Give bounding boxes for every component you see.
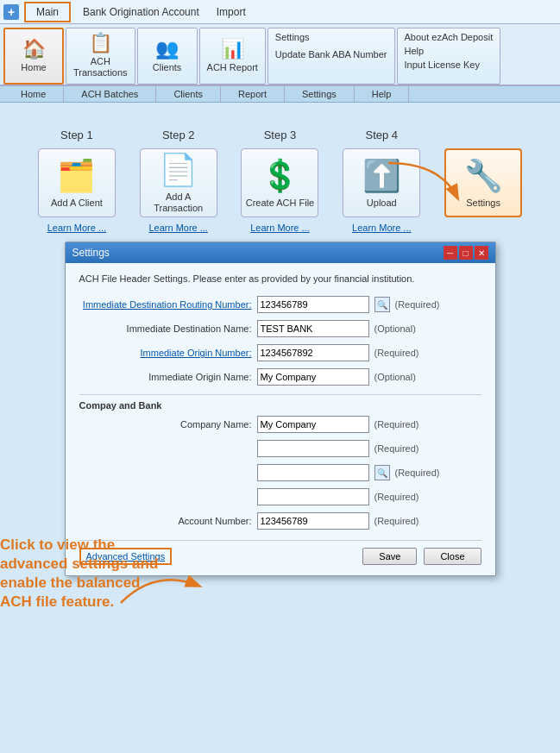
dialog-header-text: ACH File Header Settings. Please enter a… xyxy=(79,273,481,284)
upload-icon: ⬆️ xyxy=(362,158,401,194)
company-field-3-input[interactable] xyxy=(257,464,369,481)
ribbon-clients-button[interactable]: 👥 Clients xyxy=(137,28,198,85)
step-2-button[interactable]: 📄 Add ATransaction xyxy=(140,148,217,217)
step-1-learn-more[interactable]: Learn More ... xyxy=(47,223,106,233)
settings-step-button[interactable]: 🔧 Settings xyxy=(444,148,522,217)
ribbon-settings-group[interactable]: Settings Update Bank ABA Number xyxy=(267,28,395,85)
step-settings-label xyxy=(481,129,485,141)
step-4-action-label: Upload xyxy=(367,198,397,209)
company-name-input[interactable] xyxy=(257,416,369,433)
origin-number-label[interactable]: Immediate Origin Number: xyxy=(79,348,252,358)
settings-menu-item[interactable]: Settings xyxy=(275,30,387,44)
import-menu[interactable]: Import xyxy=(208,3,255,21)
tab-home[interactable]: Home xyxy=(3,86,64,102)
settings-dialog-overlay: Settings ─ □ ✕ ACH File Header Settings.… xyxy=(65,242,496,576)
dest-name-hint: (Optional) xyxy=(374,323,416,334)
ach-transactions-icon: 📋 xyxy=(89,32,112,54)
company-field-4-hint: (Required) xyxy=(374,492,419,502)
account-number-label: Account Number: xyxy=(79,516,252,526)
routing-number-input[interactable] xyxy=(257,296,369,313)
input-license-key-menu-item[interactable]: Input License Key xyxy=(405,58,494,72)
form-row-dest-name: Immediate Destination Name: (Optional) xyxy=(79,320,481,337)
close-button[interactable]: Close xyxy=(424,548,481,565)
form-row-origin-name: Immediate Origin Name: (Optional) xyxy=(79,368,481,386)
origin-name-hint: (Optional) xyxy=(374,372,416,382)
dialog-close-button[interactable]: ✕ xyxy=(475,246,488,260)
add-client-icon: 🗂️ xyxy=(57,158,96,194)
form-row-company-name: Company Name: (Required) xyxy=(79,416,481,433)
company-field-2-input[interactable] xyxy=(257,440,369,457)
settings-dialog: Settings ─ □ ✕ ACH File Header Settings.… xyxy=(65,242,496,576)
tab-clients[interactable]: Clients xyxy=(156,86,221,102)
help-menu-item[interactable]: Help xyxy=(405,44,494,58)
main-tab[interactable]: Main xyxy=(24,2,71,22)
form-row-routing: Immediate Destination Routing Number: 🔍 … xyxy=(79,296,481,313)
tab-report[interactable]: Report xyxy=(221,86,285,102)
ribbon-help-group: About ezAch Deposit Help Input License K… xyxy=(397,28,501,85)
form-row-company-3: 🔍 (Required) xyxy=(79,464,481,481)
dialog-titlebar: Settings ─ □ ✕ xyxy=(66,242,495,263)
steps-row: Step 1 🗂️ Add A Client Learn More ... St… xyxy=(26,129,534,233)
dest-name-input[interactable] xyxy=(257,320,369,337)
tab-help[interactable]: Help xyxy=(355,86,410,102)
main-content: Step 1 🗂️ Add A Client Learn More ... St… xyxy=(0,103,560,620)
tab-labels-bar: Home ACH Batches Clients Report Settings… xyxy=(0,86,560,103)
company-name-hint: (Required) xyxy=(374,419,419,430)
step-4-item: Step 4 ⬆️ Upload Learn More ... xyxy=(334,129,429,233)
origin-name-input[interactable] xyxy=(257,368,369,386)
settings-step-action-label: Settings xyxy=(466,198,500,209)
update-bank-aba-menu-item[interactable]: Update Bank ABA Number xyxy=(275,47,387,61)
tab-ach-batches[interactable]: ACH Batches xyxy=(64,86,156,102)
ribbon-home-label: Home xyxy=(21,62,46,73)
annotation-text: Click to view the advanced settings and … xyxy=(0,536,173,612)
step-2-learn-more[interactable]: Learn More ... xyxy=(148,223,207,233)
tab-settings[interactable]: Settings xyxy=(285,86,355,102)
company-name-label: Company Name: xyxy=(79,419,252,430)
step-4-label: Step 4 xyxy=(365,129,398,141)
settings-icon: 🔧 xyxy=(464,158,503,194)
step-settings-item: 🔧 Settings xyxy=(436,129,531,223)
dest-name-label: Immediate Destination Name: xyxy=(79,323,252,334)
step-1-button[interactable]: 🗂️ Add A Client xyxy=(38,148,116,217)
ribbon-ach-report-label: ACH Report xyxy=(207,62,258,73)
ribbon-ach-transactions-button[interactable]: 📋 ACHTransactions xyxy=(66,28,135,85)
step-3-learn-more[interactable]: Learn More ... xyxy=(250,223,309,233)
company-field-2-hint: (Required) xyxy=(374,443,419,454)
ribbon-ach-report-button[interactable]: 📊 ACH Report xyxy=(199,28,266,85)
add-button[interactable]: + xyxy=(3,4,19,20)
step-4-button[interactable]: ⬆️ Upload xyxy=(343,148,420,217)
step-3-button[interactable]: 💲 Create ACH File xyxy=(241,148,318,217)
dialog-minimize-button[interactable]: ─ xyxy=(444,246,457,260)
clients-icon: 👥 xyxy=(155,38,179,60)
step-2-item: Step 2 📄 Add ATransaction Learn More ... xyxy=(131,129,226,233)
company-field-3-lookup-icon[interactable]: 🔍 xyxy=(374,465,390,480)
dialog-maximize-button[interactable]: □ xyxy=(459,246,473,260)
bank-origination-account-menu[interactable]: Bank Origination Account xyxy=(74,3,208,21)
routing-number-hint: (Required) xyxy=(395,299,440,310)
account-number-hint: (Required) xyxy=(374,516,419,526)
step-1-label: Step 1 xyxy=(60,129,93,141)
ribbon: 🏠 Home 📋 ACHTransactions 👥 Clients 📊 ACH… xyxy=(0,24,560,86)
create-ach-file-icon: 💲 xyxy=(261,158,299,194)
account-number-input[interactable] xyxy=(257,512,369,530)
routing-number-lookup-icon[interactable]: 🔍 xyxy=(374,297,390,312)
ach-report-icon: 📊 xyxy=(221,38,244,60)
routing-number-label[interactable]: Immediate Destination Routing Number: xyxy=(79,299,252,310)
company-bank-section-header: Compay and Bank xyxy=(79,394,481,411)
step-4-learn-more[interactable]: Learn More ... xyxy=(352,223,411,233)
step-2-label: Step 2 xyxy=(162,129,195,141)
origin-number-input[interactable] xyxy=(257,344,369,361)
ribbon-home-button[interactable]: 🏠 Home xyxy=(3,28,64,85)
company-field-3-hint: (Required) xyxy=(395,467,440,478)
origin-number-hint: (Required) xyxy=(374,348,419,358)
company-field-4-input[interactable] xyxy=(257,488,369,505)
form-row-origin-number: Immediate Origin Number: (Required) xyxy=(79,344,481,361)
top-bar: + Main Bank Origination Account Import xyxy=(0,0,560,24)
dialog-body: ACH File Header Settings. Please enter a… xyxy=(66,263,495,575)
home-icon: 🏠 xyxy=(22,38,46,60)
about-ezach-menu-item[interactable]: About ezAch Deposit xyxy=(405,30,494,44)
form-row-account-number: Account Number: (Required) xyxy=(79,512,481,530)
ribbon-clients-label: Clients xyxy=(153,62,182,73)
dialog-title: Settings xyxy=(72,247,110,259)
save-button[interactable]: Save xyxy=(362,548,417,565)
